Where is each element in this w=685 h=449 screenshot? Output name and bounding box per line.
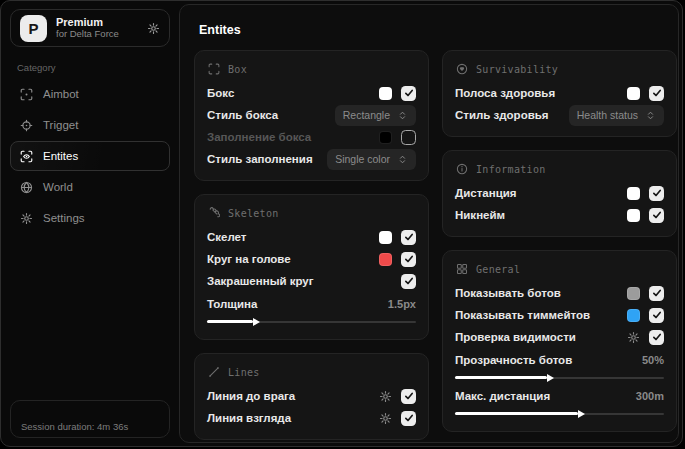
color-swatch[interactable]	[627, 309, 640, 322]
gear-icon[interactable]	[379, 390, 392, 403]
section-header: Information	[456, 163, 664, 175]
gear-icon	[20, 212, 33, 225]
section-header: Survivability	[456, 63, 664, 75]
setting-label: Дистанция	[455, 187, 516, 199]
unfold-icon	[397, 154, 408, 165]
setting-label: Никнейм	[455, 209, 505, 221]
sidebar-item-settings[interactable]: Settings	[10, 203, 170, 233]
grid-icon	[456, 263, 468, 275]
setting-label: Круг на голове	[207, 253, 291, 265]
slider-value: 50%	[642, 354, 664, 366]
color-swatch[interactable]	[627, 209, 640, 222]
gear-icon[interactable]	[147, 22, 160, 35]
setting-label: Толщина	[207, 298, 257, 310]
section-card: InformationДистанцияНикнейм	[442, 150, 677, 237]
checkbox[interactable]	[401, 389, 416, 404]
checkbox[interactable]	[649, 286, 664, 301]
category-label: Category	[17, 62, 170, 73]
scan-icon	[20, 88, 33, 101]
dropdown-value: Single color	[335, 153, 390, 165]
unfold-icon	[397, 110, 408, 121]
dropdown[interactable]: Single color	[327, 149, 416, 170]
slider-fill	[207, 320, 253, 323]
session-duration-box: Session duration: 4m 36s	[10, 400, 170, 438]
slider-setting: Толщина1.5px	[207, 293, 416, 326]
page-title: Entites	[199, 23, 664, 37]
crosshair-dot-icon	[20, 119, 33, 132]
sidebar-item-world[interactable]: World	[10, 172, 170, 202]
setting-label: Линия взгляда	[207, 412, 291, 424]
settings-column: BoxБоксСтиль боксаRectangleЗаполнение бо…	[194, 50, 429, 440]
section-header: Skeleton	[208, 207, 416, 219]
sidebar-item-label: Aimbot	[43, 88, 79, 100]
setting-label: Проверка видимости	[455, 331, 576, 343]
setting-label: Бокс	[207, 87, 234, 99]
dropdown[interactable]: Rectangle	[335, 105, 416, 126]
heart-circle-icon	[456, 63, 468, 75]
checkbox[interactable]	[649, 208, 664, 223]
box-corners-icon	[208, 63, 220, 75]
gear-icon[interactable]	[627, 331, 640, 344]
slider[interactable]	[207, 317, 416, 326]
app-window: P Premium for Delta Force Category Aimbo…	[0, 0, 683, 447]
setting-label: Показывать тиммейтов	[455, 309, 590, 321]
slider-thumb[interactable]	[253, 318, 260, 326]
setting-row: Стиль боксаRectangle	[207, 104, 416, 126]
section-title: Box	[228, 64, 247, 75]
checkbox[interactable]	[401, 411, 416, 426]
setting-row: Макс. дистанция300m	[455, 385, 664, 407]
checkbox[interactable]	[401, 230, 416, 245]
checkbox[interactable]	[649, 330, 664, 345]
line-icon	[208, 366, 220, 378]
info-icon	[456, 163, 468, 175]
setting-row: Линия до врага	[207, 385, 416, 407]
checkbox[interactable]	[649, 186, 664, 201]
color-swatch[interactable]	[379, 253, 392, 266]
checkbox[interactable]	[649, 86, 664, 101]
sidebar-nav: AimbotTriggetEntitesWorldSettings	[10, 79, 170, 233]
setting-label: Стиль здоровья	[455, 109, 549, 121]
color-swatch[interactable]	[627, 187, 640, 200]
slider[interactable]	[455, 409, 664, 418]
bone-icon	[208, 207, 220, 219]
setting-row: Стиль заполненияSingle color	[207, 148, 416, 170]
checkbox[interactable]	[401, 86, 416, 101]
sidebar-item-trigget[interactable]: Trigget	[10, 110, 170, 140]
setting-row: Линия взгляда	[207, 407, 416, 429]
dropdown[interactable]: Health status	[569, 105, 664, 126]
section-card: BoxБоксСтиль боксаRectangleЗаполнение бо…	[194, 50, 429, 181]
color-swatch[interactable]	[379, 87, 392, 100]
color-swatch[interactable]	[627, 87, 640, 100]
color-swatch[interactable]	[379, 131, 392, 144]
slider-setting: Макс. дистанция300m	[455, 385, 664, 418]
slider-thumb[interactable]	[578, 410, 585, 418]
checkbox[interactable]	[401, 252, 416, 267]
slider[interactable]	[455, 373, 664, 382]
setting-row: Закрашенный круг	[207, 270, 416, 292]
section-title: Skeleton	[228, 208, 279, 219]
slider-value: 300m	[636, 390, 664, 402]
checkbox[interactable]	[401, 274, 416, 289]
section-card: LinesЛиния до врагаЛиния взгляда	[194, 353, 429, 440]
checkbox[interactable]	[401, 130, 416, 145]
section-title: General	[476, 264, 520, 275]
setting-label: Закрашенный круг	[207, 275, 314, 287]
setting-label: Показывать ботов	[455, 287, 561, 299]
color-swatch[interactable]	[627, 287, 640, 300]
section-header: Lines	[208, 366, 416, 378]
settings-column: SurvivabilityПолоса здоровьяСтиль здоров…	[442, 50, 677, 440]
gear-icon[interactable]	[379, 412, 392, 425]
color-swatch[interactable]	[379, 231, 392, 244]
setting-label: Полоса здоровья	[455, 87, 555, 99]
setting-label: Скелет	[207, 231, 247, 243]
sidebar-item-aimbot[interactable]: Aimbot	[10, 79, 170, 109]
setting-row: Круг на голове	[207, 248, 416, 270]
checkbox[interactable]	[649, 308, 664, 323]
slider-thumb[interactable]	[547, 374, 554, 382]
setting-row: Полоса здоровья	[455, 82, 664, 104]
sidebar-item-entites[interactable]: Entites	[10, 141, 170, 171]
sidebar: P Premium for Delta Force Category Aimbo…	[1, 1, 177, 446]
section-header: General	[456, 263, 664, 275]
setting-label: Макс. дистанция	[455, 390, 550, 402]
globe-icon	[20, 181, 33, 194]
